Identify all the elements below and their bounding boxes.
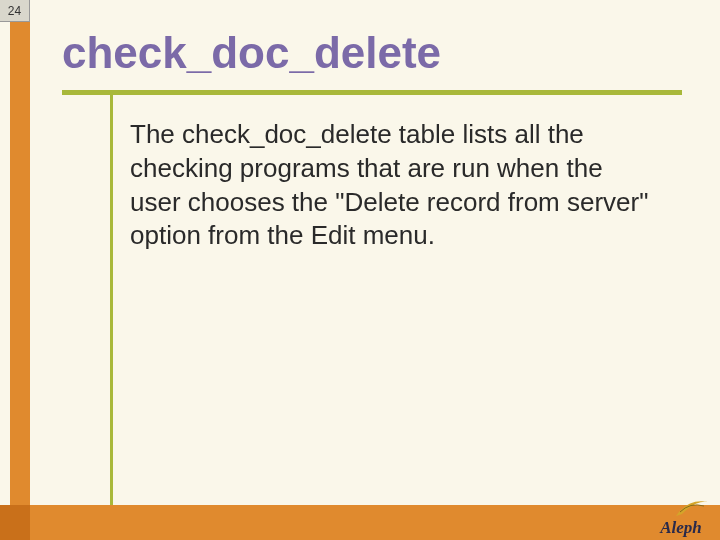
logo-text: Aleph — [660, 518, 702, 538]
slide-title: check_doc_delete — [62, 28, 441, 78]
page-number-text: 24 — [8, 4, 21, 18]
aleph-logo: Aleph — [650, 493, 712, 538]
bottom-bar — [0, 505, 720, 540]
logo-swoosh-icon — [674, 494, 710, 520]
left-accent-stripe — [10, 22, 30, 540]
bottom-bar-corner — [0, 505, 30, 540]
body-text: The check_doc_delete table lists all the… — [130, 118, 660, 253]
title-underline — [62, 90, 682, 95]
vertical-accent-line — [110, 90, 113, 505]
page-number: 24 — [0, 0, 30, 22]
